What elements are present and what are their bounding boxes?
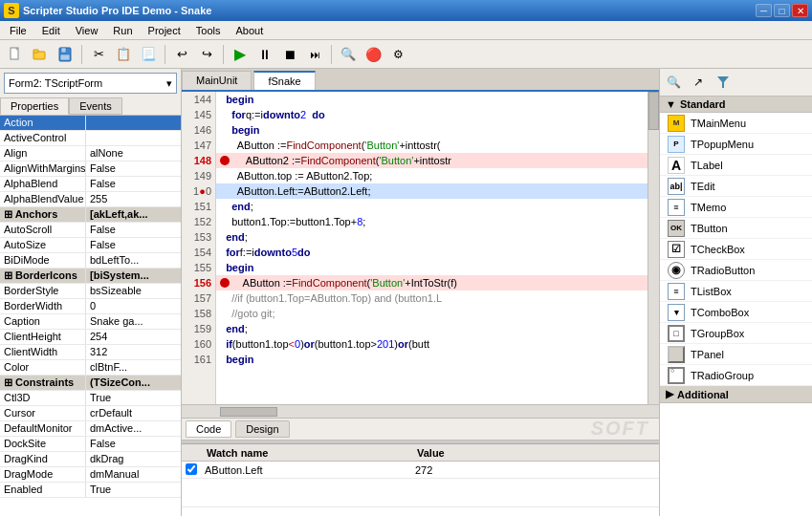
prop-row-bordericons[interactable]: ⊞ BorderIcons [biSystem... — [0, 269, 181, 284]
prop-row-activecontrol[interactable]: ActiveControl — [0, 131, 181, 146]
prop-row-enabled[interactable]: Enabled True — [0, 483, 181, 498]
prop-row-borderwidth[interactable]: BorderWidth 0 — [0, 299, 181, 314]
tradiogroup-label: TRadioGroup — [691, 370, 754, 381]
prop-row-docksite[interactable]: DockSite False — [0, 437, 181, 452]
palette-item-tlistbox[interactable]: ≡ TListBox — [660, 281, 812, 302]
watch-row-1[interactable]: AButton.Left 272 — [182, 462, 659, 479]
code-footer-tabs: Code Design — [182, 418, 659, 440]
prop-row-ctl3d[interactable]: Ctl3D True — [0, 391, 181, 406]
run-button[interactable]: ▶ — [229, 43, 252, 66]
palette-item-tmainmenu[interactable]: M TMainMenu — [660, 113, 812, 134]
palette-section-additional[interactable]: ▶ Additional — [660, 386, 812, 403]
paste-button[interactable]: 📃 — [137, 43, 160, 66]
menu-view[interactable]: View — [68, 21, 106, 39]
watch-row-empty[interactable] — [182, 479, 659, 507]
code-editor[interactable]: 144 145 146 147 148 149 1●0 151 152 153 … — [182, 92, 659, 418]
tab-fsnake[interactable]: fSnake — [253, 71, 315, 90]
tab-events[interactable]: Events — [69, 97, 122, 115]
menu-tools[interactable]: Tools — [188, 21, 229, 39]
separator-4 — [331, 45, 332, 64]
prop-row-bidimode[interactable]: BiDiMode bdLeftTo... — [0, 253, 181, 269]
footer-tab-code[interactable]: Code — [186, 420, 231, 438]
error-dot-148 — [220, 156, 230, 165]
redo-button[interactable]: ↪ — [195, 43, 218, 66]
palette-item-tcheckbox[interactable]: ☑ TCheckBox — [660, 239, 812, 260]
palette-item-tbutton[interactable]: OK TButton — [660, 218, 812, 239]
prop-row-color[interactable]: Color clBtnF... — [0, 360, 181, 376]
tradiobutton-icon: ◉ — [668, 262, 685, 279]
prop-row-cursor[interactable]: Cursor crDefault — [0, 406, 181, 421]
palette-arrow-button[interactable]: ↗ — [687, 71, 710, 94]
menu-run[interactable]: Run — [105, 21, 140, 39]
menu-edit[interactable]: Edit — [34, 21, 68, 39]
palette-item-tpopupmenu[interactable]: P TPopupMenu — [660, 134, 812, 155]
prop-row-dragmode[interactable]: DragMode dmManual — [0, 467, 181, 483]
watch-checkbox-1[interactable] — [186, 463, 197, 475]
new-button[interactable] — [4, 43, 27, 66]
prop-row-borderstyle[interactable]: BorderStyle bsSizeable — [0, 284, 181, 299]
palette-item-tgroupbox[interactable]: □ TGroupBox — [660, 323, 812, 344]
menu-file[interactable]: File — [2, 21, 34, 39]
close-button[interactable]: ✕ — [792, 4, 808, 17]
form-selector[interactable]: Form2: TScriptForm ▾ — [4, 73, 177, 94]
prop-row-constraints[interactable]: ⊞ Constraints (TSizeCon... — [0, 376, 181, 391]
cut-button[interactable]: ✂ — [87, 43, 110, 66]
prop-row-autoscroll[interactable]: AutoScroll False — [0, 223, 181, 238]
palette-item-tlabel[interactable]: A TLabel — [660, 155, 812, 176]
palette-section-standard[interactable]: ▼ Standard — [660, 97, 812, 113]
undo-button[interactable]: ↩ — [170, 43, 193, 66]
copy-button[interactable]: 📋 — [112, 43, 135, 66]
watch-value-1: 272 — [411, 464, 659, 476]
right-panel: 🔍 ↗ ▼ Standard M TMainMenu P TPopupMenu … — [659, 69, 812, 516]
scrollbar-horizontal[interactable] — [182, 404, 659, 418]
palette-item-tpanel[interactable]: TPanel — [660, 344, 812, 365]
code-line-148: AButton2 := FindComponent('Button'+intto… — [216, 153, 647, 168]
palette-filter-button[interactable] — [712, 71, 735, 94]
prop-row-action[interactable]: Action — [0, 116, 181, 131]
scrollbar-vertical[interactable] — [647, 92, 659, 404]
prop-row-clientheight[interactable]: ClientHeight 254 — [0, 330, 181, 345]
palette-item-tcombobox[interactable]: ▾ TComboBox — [660, 302, 812, 323]
step-button[interactable]: ⏭ — [303, 43, 326, 66]
menu-project[interactable]: Project — [141, 21, 188, 39]
tbutton-label: TButton — [691, 223, 728, 234]
palette-item-tradiogroup[interactable]: ○ TRadioGroup — [660, 365, 812, 386]
extra-button[interactable]: ⚙ — [386, 43, 409, 66]
footer-tab-design[interactable]: Design — [235, 420, 289, 438]
tpopupmenu-label: TPopupMenu — [691, 139, 754, 150]
prop-row-caption[interactable]: Caption Snake ga... — [0, 314, 181, 330]
prop-row-alignwithmargins[interactable]: AlignWithMargins False — [0, 161, 181, 177]
minimize-button[interactable]: ─ — [756, 4, 772, 17]
prop-row-alphablendvalue[interactable]: AlphaBlendValue 255 — [0, 192, 181, 207]
titlebar: S Scripter Studio Pro IDE Demo - Snake ─… — [0, 0, 812, 21]
menu-about[interactable]: About — [228, 21, 271, 39]
tcheckbox-label: TCheckBox — [691, 244, 745, 255]
search-button[interactable]: 🔍 — [337, 43, 360, 66]
palette-search-button[interactable]: 🔍 — [662, 71, 685, 94]
palette-item-tedit[interactable]: ab| TEdit — [660, 176, 812, 197]
prop-row-anchors[interactable]: ⊞ Anchors [akLeft,ak... — [0, 207, 181, 223]
prop-row-clientwidth[interactable]: ClientWidth 312 — [0, 345, 181, 360]
tlistbox-label: TListBox — [691, 286, 732, 297]
watch-panel: Watch name Value AButton.Left 272 — [182, 440, 659, 516]
prop-row-align[interactable]: Align alNone — [0, 146, 181, 161]
line-num-145: 145 — [182, 107, 215, 122]
error-dot-156 — [220, 278, 230, 288]
settings-button[interactable]: 🔴 — [362, 43, 384, 66]
palette-item-tmemo[interactable]: ≡ TMemo — [660, 197, 812, 218]
save-button[interactable] — [54, 43, 77, 66]
prop-row-dragkind[interactable]: DragKind dkDrag — [0, 452, 181, 467]
tcheckbox-icon: ☑ — [668, 241, 685, 258]
maximize-button[interactable]: □ — [774, 4, 790, 17]
prop-row-alphablend[interactable]: AlphaBlend False — [0, 177, 181, 192]
open-button[interactable] — [29, 43, 52, 66]
prop-row-defaultmonitor[interactable]: DefaultMonitor dmActive... — [0, 421, 181, 437]
watch-col-value: Value — [411, 446, 450, 460]
prop-row-autosize[interactable]: AutoSize False — [0, 238, 181, 253]
stop-button[interactable]: ⏹ — [278, 43, 301, 66]
palette-item-tradiobutton[interactable]: ◉ TRadioButton — [660, 260, 812, 281]
tab-mainunit[interactable]: MainUnit — [182, 71, 252, 90]
pause-button[interactable]: ⏸ — [253, 43, 276, 66]
center-panel: MainUnit fSnake 144 145 146 147 148 149 … — [182, 69, 659, 516]
tab-properties[interactable]: Properties — [0, 97, 69, 115]
